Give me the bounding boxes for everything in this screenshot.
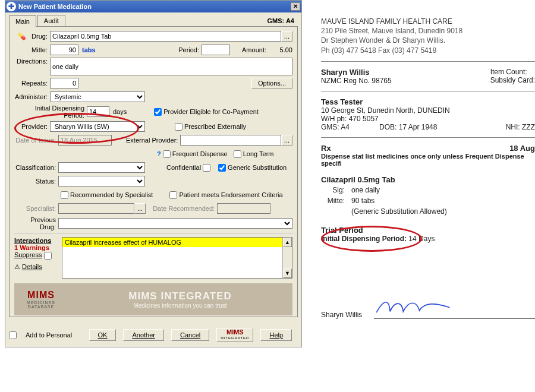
rec-specialist-checkbox[interactable] [61,191,68,199]
specialist-field [58,203,134,214]
idp-field[interactable] [87,106,109,117]
add-personal-checkbox[interactable] [9,331,17,339]
generic-sub-checkbox[interactable] [218,164,226,172]
period-field[interactable] [202,45,230,55]
specialist-label: Specialist: [14,205,58,212]
repeats-field[interactable] [50,78,78,88]
date-rec-label: Date Recommended: [153,205,217,212]
prescriber-name: Sharyn Willis [321,68,392,77]
doi-label: Date of Issue: [14,137,58,144]
long-term-label: Long Term [243,150,274,157]
details-link[interactable]: Details [22,263,42,270]
signature-icon [374,296,455,317]
specialist-lookup-button[interactable]: ... [134,203,146,214]
drug-icon: 💊 [14,33,30,40]
classification-label: Classification: [14,164,58,171]
generic-sub-label: Generic Substitution [228,164,287,171]
ext-provider-lookup-button[interactable]: ... [281,135,292,146]
long-term-checkbox[interactable] [234,150,241,158]
classification-select[interactable] [58,162,145,173]
drug-field[interactable] [50,31,281,42]
provider-label: Provider: [14,123,50,130]
freq-dispense-label: Frequent Dispense [172,150,228,157]
confidential-label: Confidential [166,164,201,171]
another-button[interactable]: Another [123,329,164,341]
directions-field[interactable] [50,58,292,75]
prescribed-ext-label: Prescribed Externally [184,123,246,130]
status-select[interactable] [58,176,145,186]
app-icon: ✚ [7,2,16,11]
main-panel: 💊 Drug: ... Mitte: tabs Period: Amount: … [9,26,298,317]
administer-label: Administer: [14,93,50,100]
rec-specialist-label: Recommended by Specialist [70,191,153,198]
interactions-header: Interactions [14,237,62,244]
mims-button[interactable]: MIMSINTEGRATED [216,328,253,342]
provider-select[interactable]: Sharyn Willis (SW) [50,121,145,132]
scrollbar[interactable]: ▲ ▼ [282,238,292,278]
new-patient-medication-dialog: ✚ New Patient Medication ✕ Main Audit GM… [5,0,302,347]
directions-label: Directions: [14,58,50,65]
period-label: Period: [178,46,202,53]
tab-main[interactable]: Main [9,15,36,27]
interactions-sidebar: Interactions 1 Warnings Suppress ⚠ Detai… [14,237,62,279]
add-personal-label: Add to Personal [26,331,72,339]
tab-audit[interactable]: Audit [37,15,65,26]
prescription-preview: MAUVE ISLAND FAMILY HEALTH CARE 210 Pile… [321,17,535,319]
interaction-item: Cilazapril increases effect of HUMALOG [62,238,292,247]
mitte-label: Mitte: [14,46,50,53]
ok-button[interactable]: OK [89,329,117,341]
suppress-label: Suppress [14,251,42,258]
copay-checkbox[interactable] [154,108,162,116]
endorsement-checkbox[interactable] [169,191,177,199]
prev-drug-label: Previous Drug: [14,216,58,230]
freq-dispense-checkbox[interactable] [163,150,171,158]
date-rec-field [217,203,270,214]
mims-brand: MIMS [14,290,68,301]
copay-label: Provider Eligible for Co-Payment [163,108,259,115]
interactions-list: Cilazapril increases effect of HUMALOG ▲… [62,237,292,279]
idp-label: Initial Dispensing Period: [14,105,87,119]
drug-label: Drug: [30,33,50,40]
ext-provider-label: External Provider: [126,137,180,144]
status-label: Status: [14,178,58,185]
prev-drug-select[interactable] [58,218,292,229]
ext-provider-field[interactable] [180,135,281,146]
repeats-label: Repeats: [14,80,50,87]
prescribed-ext-checkbox[interactable] [175,123,182,131]
titlebar: ✚ New Patient Medication ✕ [5,1,301,12]
drug-lookup-button[interactable]: ... [281,31,292,42]
idp-unit: days [109,108,130,115]
window-title: New Patient Medication [18,3,92,10]
warning-icon: ⚠ [14,263,20,270]
help-icon[interactable]: ? [157,150,161,157]
administer-select[interactable]: Systemic [50,91,145,102]
help-button[interactable]: Help [260,329,292,341]
close-icon[interactable]: ✕ [291,2,300,11]
signature-line [374,296,535,319]
cancel-button[interactable]: Cancel [171,329,209,341]
bottom-bar: Add to Personal OK Another Cancel MIMSIN… [9,328,298,342]
tabstrip: Main Audit GMS: A4 [5,12,301,26]
endorsement-label: Patient meets Endorsement Criteria [179,191,282,198]
mitte-unit: tabs [78,46,99,53]
options-button[interactable]: Options... [251,78,292,88]
rx-drug: Cilazapril 0.5mg Tab [321,175,535,184]
scroll-down-icon[interactable]: ▼ [283,268,292,278]
patient-name: Tess Tester [321,97,535,106]
mims-banner: MIMS MEDICINES DATABASE MIMS INTEGRATED … [14,283,292,315]
doi-field [58,135,112,146]
trial-header: Trial Period [321,226,535,235]
mitte-field[interactable] [50,45,78,55]
clinic-name: MAUVE ISLAND FAMILY HEALTH CARE [321,17,535,26]
amount-label: Amount: [242,46,269,53]
scroll-up-icon[interactable]: ▲ [283,238,292,247]
gms-label: GMS: A4 [264,15,298,26]
confidential-checkbox[interactable] [203,164,210,172]
suppress-checkbox[interactable] [44,252,52,260]
amount-value: 5.00 [269,46,292,53]
interactions-warning-count: 1 Warnings [14,244,62,251]
